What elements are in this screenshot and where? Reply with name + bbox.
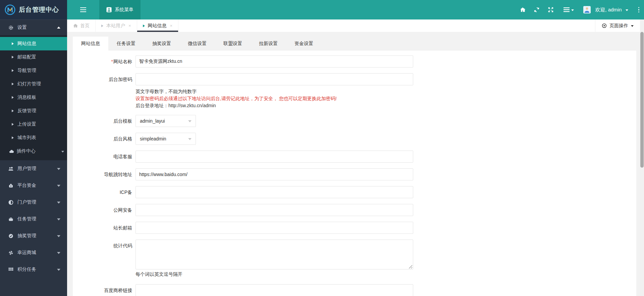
tab-funds-settings[interactable]: 资金设置 <box>286 37 322 50</box>
arrow-right-icon <box>101 25 105 27</box>
arrow-right-icon <box>12 96 15 99</box>
collapse-sidebar-icon[interactable] <box>67 0 99 19</box>
webmaster-email-input[interactable] <box>136 222 413 234</box>
tab-union-settings[interactable]: 联盟设置 <box>215 37 251 50</box>
item-label: 网站信息 <box>17 41 36 47</box>
chevron-down-icon <box>188 120 192 124</box>
page-actions-dropdown[interactable]: 页面操作 <box>595 19 640 32</box>
item-label: 邮箱配置 <box>17 54 36 60</box>
sidebar-group-lucky-mall[interactable]: 幸运商城 <box>0 244 67 261</box>
field-label-security-record: 公网安备 <box>73 204 136 216</box>
chevron-down-icon <box>626 9 628 12</box>
group-label: 设置 <box>17 25 27 31</box>
tab-lottery-settings[interactable]: 抽奖设置 <box>144 37 179 50</box>
users-icon <box>8 166 14 172</box>
tab-wechat-settings[interactable]: 微信设置 <box>179 37 215 50</box>
chevron-down-icon <box>57 168 60 172</box>
sidebar-item-nav-manage[interactable]: 导航管理 <box>0 64 67 77</box>
close-icon[interactable]: × <box>128 23 131 28</box>
site-name-input[interactable] <box>136 55 413 68</box>
help-line: 英文字母数字，不能为纯数字 <box>136 88 413 95</box>
content-card: 网站信息 任务设置 抽奖设置 微信设置 联盟设置 拉新设置 资金设置 *网站名称… <box>73 37 636 296</box>
sidebar-item-feedback-manage[interactable]: 反馈管理 <box>0 104 67 118</box>
tab-referral-settings[interactable]: 拉新设置 <box>251 37 286 50</box>
item-label: 反馈管理 <box>17 108 36 114</box>
admin-password-input[interactable] <box>136 73 413 85</box>
tab-site-users[interactable]: 本站用户 × <box>96 19 137 32</box>
arrow-right-icon <box>12 69 15 72</box>
icp-input[interactable] <box>136 186 413 198</box>
tab-label: 本站用户 <box>106 23 125 29</box>
home-icon[interactable] <box>519 6 526 13</box>
arrow-right-icon <box>12 42 15 45</box>
tab-label: 网站信息 <box>148 23 167 29</box>
sidebar-item-message-template[interactable]: 消息模板 <box>0 91 67 104</box>
style-select[interactable]: simpleadmin <box>136 133 196 145</box>
field-label-phone-service: 电话客服 <box>73 151 136 163</box>
chevron-down-icon <box>57 218 60 222</box>
resize-handle[interactable] <box>409 265 412 268</box>
sidebar-item-plugin-center[interactable]: 插件中心 <box>0 144 67 158</box>
sidebar-group-user-manage[interactable]: 用户管理 <box>0 160 67 177</box>
arrow-right-icon <box>12 83 15 85</box>
portal-circle-icon <box>8 200 14 205</box>
sidebar-item-slideshow-manage[interactable]: 幻灯片管理 <box>0 77 67 91</box>
layout-menu-dropdown[interactable] <box>564 7 574 12</box>
sidebar-group-platform-funds[interactable]: 平台资金 <box>0 177 67 194</box>
chevron-down-icon <box>57 269 60 272</box>
sidebar-item-upload-settings[interactable]: 上传设置 <box>0 118 67 131</box>
sidebar-item-city-list[interactable]: 城市列表 <box>0 131 67 144</box>
sidebar-group-portal-manage[interactable]: 门户管理 <box>0 194 67 211</box>
avatar <box>583 6 591 13</box>
page-actions-label: 页面操作 <box>609 23 628 29</box>
sidebar-group-lottery-manage[interactable]: 抽奖管理 <box>0 227 67 244</box>
grid-icon <box>8 267 14 272</box>
cloud-icon <box>9 149 14 154</box>
app-logo-icon <box>4 4 16 15</box>
required-star: * <box>111 59 113 64</box>
tab-home[interactable]: 首页 <box>67 19 96 32</box>
scrollbar-thumb[interactable] <box>640 32 644 168</box>
sidebar-group-task-manage[interactable]: 任务管理 <box>0 211 67 227</box>
user-dropdown[interactable]: 欢迎, admin <box>583 6 628 13</box>
sidebar-group-settings[interactable]: 设置 <box>0 20 67 35</box>
chevron-down-icon <box>631 25 634 28</box>
selected-value: admin_layui <box>140 118 165 124</box>
field-label-nav-redirect: 导航跳转地址 <box>73 168 136 180</box>
security-record-input[interactable] <box>136 204 413 216</box>
group-label: 门户管理 <box>17 199 36 205</box>
sidebar-item-email-config[interactable]: 邮箱配置 <box>0 50 67 64</box>
tab-website-info[interactable]: 网站信息 <box>73 37 108 50</box>
sidebar-group-points-task[interactable]: 积分任务 <box>0 261 67 278</box>
password-help-text: 英文字母数字，不能为纯数字 设置加密码后必须通过以下地址访问后台,请劳记此地址，… <box>136 88 413 109</box>
group-label: 平台资金 <box>17 182 36 188</box>
welcome-text: 欢迎, admin <box>595 7 622 13</box>
pinwheel-icon <box>8 250 14 256</box>
field-label-icp: ICP备 <box>73 186 136 198</box>
chevron-down-icon <box>57 252 60 256</box>
tab-system-menu[interactable]: 系统菜单 <box>99 0 141 19</box>
tab-website-info[interactable]: 网站信息 × <box>137 19 179 32</box>
refresh-icon[interactable] <box>533 6 540 13</box>
gear-icon <box>8 25 14 31</box>
tab-task-settings[interactable]: 任务设置 <box>108 37 144 50</box>
item-label: 城市列表 <box>17 135 36 141</box>
chevron-down-icon <box>57 235 60 239</box>
field-label-admin-style: 后台风格 <box>73 133 136 145</box>
phone-service-input[interactable] <box>136 151 413 163</box>
close-icon[interactable]: × <box>170 23 173 28</box>
stats-code-textarea[interactable] <box>136 240 413 269</box>
template-select[interactable]: admin_layui <box>136 115 196 127</box>
arrow-right-icon <box>12 136 15 139</box>
open-tabs-bar: 首页 本站用户 × 网站信息 × 页面操作 <box>67 19 640 32</box>
item-label: 幻灯片管理 <box>17 81 41 87</box>
fullscreen-icon[interactable] <box>547 6 554 13</box>
scrollbar-track[interactable] <box>640 19 644 296</box>
arrow-right-icon <box>12 56 15 58</box>
group-label: 抽奖管理 <box>17 233 36 239</box>
sidebar-item-website-info[interactable]: 网站信息 <box>0 37 67 50</box>
baidu-bridge-input[interactable] <box>136 284 413 296</box>
kebab-menu-icon[interactable] <box>638 7 640 13</box>
chevron-down-icon <box>61 151 64 154</box>
nav-redirect-input[interactable] <box>136 168 413 180</box>
